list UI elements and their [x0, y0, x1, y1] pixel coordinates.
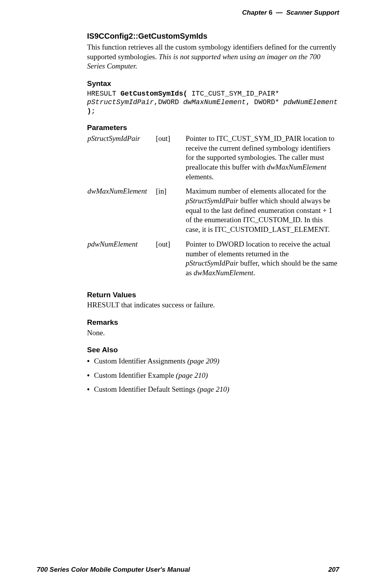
- content-area: IS9CConfig2::GetCustomSymIds This functi…: [87, 31, 339, 394]
- param-name: dwMaxNumElement: [87, 186, 156, 239]
- table-row: dwMaxNumElement [in] Maximum number of e…: [87, 186, 339, 239]
- syntax-param: pdwNumElement: [284, 98, 338, 106]
- chapter-label: Chapter: [242, 9, 267, 16]
- desc-text: dwMaxNumElement: [267, 163, 326, 171]
- desc-text: Pointer to DWORD location to receive the…: [186, 240, 330, 258]
- syntax-token: ITC_CUST_SYM_ID_PAIR*: [187, 90, 279, 98]
- syntax-block: HRESULT GetCustomSymIds( ITC_CUST_SYM_ID…: [87, 89, 339, 116]
- header-sep: —: [276, 9, 283, 16]
- desc-text: pStructSymIdPair: [186, 197, 238, 205]
- see-also-page: (page 210): [197, 385, 229, 393]
- param-description: Maximum number of elements allocated for…: [185, 186, 339, 239]
- parameters-heading: Parameters: [87, 123, 339, 133]
- return-values-heading: Return Values: [87, 290, 339, 300]
- desc-text: Maximum number of elements allocated for…: [186, 187, 326, 195]
- see-also-text: Custom Identifier Default Settings: [94, 385, 197, 393]
- page-footer: 700 Series Color Mobile Computer User's …: [37, 566, 339, 574]
- syntax-param: dwMaxNumElement: [183, 98, 246, 106]
- footer-manual-title: 700 Series Color Mobile Computer User's …: [37, 566, 190, 574]
- see-also-list: Custom Identifier Assignments (page 209)…: [87, 357, 339, 394]
- param-direction: [out]: [156, 239, 185, 283]
- list-item: Custom Identifier Assignments (page 209): [87, 357, 339, 366]
- param-direction: [out]: [156, 134, 185, 186]
- syntax-token: HRESULT: [87, 90, 120, 98]
- return-values-text: HRESULT that indicates success or failur…: [87, 300, 339, 310]
- param-direction: [in]: [156, 186, 185, 239]
- syntax-token: , DWORD*: [246, 98, 283, 106]
- list-item: Custom Identifier Default Settings (page…: [87, 385, 339, 394]
- function-intro: This function retrieves all the custom s…: [87, 43, 339, 71]
- chapter-title: Scanner Support: [286, 9, 339, 16]
- syntax-close: ): [87, 107, 91, 115]
- see-also-text: Custom Identifier Assignments: [94, 357, 187, 365]
- syntax-funcname: GetCustomSymIds(: [120, 90, 187, 98]
- syntax-token: ;: [91, 107, 96, 115]
- remarks-text: None.: [87, 328, 339, 338]
- desc-text: .: [253, 269, 255, 277]
- list-item: Custom Identifier Example (page 210): [87, 371, 339, 381]
- see-also-text: Custom Identifier Example: [94, 371, 176, 379]
- desc-text: elements.: [186, 173, 214, 181]
- desc-text: pStructSymIdPair: [186, 259, 238, 267]
- function-title: IS9CConfig2::GetCustomSymIds: [87, 31, 339, 41]
- param-name: pStructSymIdPair: [87, 134, 156, 186]
- chapter-number: 6: [269, 9, 272, 16]
- running-header: Chapter 6 — Scanner Support: [242, 9, 339, 17]
- syntax-param: pStructSymIdPair: [87, 98, 154, 106]
- desc-text: dwMaxNumElement: [194, 269, 253, 277]
- page-number: 207: [328, 566, 339, 574]
- syntax-heading: Syntax: [87, 79, 339, 89]
- see-also-page: (page 210): [176, 371, 208, 379]
- table-row: pStructSymIdPair [out] Pointer to ITC_CU…: [87, 134, 339, 186]
- table-row: pdwNumElement [out] Pointer to DWORD loc…: [87, 239, 339, 283]
- param-name: pdwNumElement: [87, 239, 156, 283]
- param-description: Pointer to ITC_CUST_SYM_ID_PAIR location…: [185, 134, 339, 186]
- page-container: Chapter 6 — Scanner Support IS9CConfig2:…: [0, 0, 376, 588]
- see-also-heading: See Also: [87, 345, 339, 355]
- param-description: Pointer to DWORD location to receive the…: [185, 239, 339, 283]
- parameters-table: pStructSymIdPair [out] Pointer to ITC_CU…: [87, 134, 339, 283]
- syntax-token: ,DWORD: [154, 98, 183, 106]
- remarks-heading: Remarks: [87, 318, 339, 327]
- see-also-page: (page 209): [187, 357, 219, 365]
